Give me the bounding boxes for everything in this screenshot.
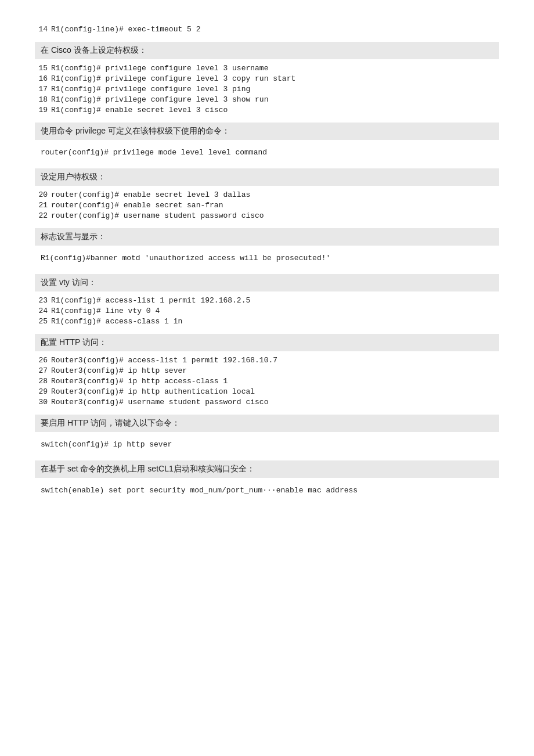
line-text: Router3(config)# ip http authentication … xyxy=(51,387,255,396)
line-num: 19 xyxy=(35,106,51,114)
numbered-line-s3-1: 21router(config)# enable secret san-fran xyxy=(35,201,499,210)
line-num: 17 xyxy=(35,85,51,93)
section-header-s2: 使用命令 privilege 可定义在该特权级下使用的命令： xyxy=(35,123,499,140)
section-s5: 设置 vty 访问：23R1(config)# access-list 1 pe… xyxy=(35,274,499,326)
line-num: 18 xyxy=(35,95,51,104)
line-text: Router3(config)# ip http access-class 1 xyxy=(51,377,228,386)
line-num: 25 xyxy=(35,317,51,326)
section-s3: 设定用户特权级：20router(config)# enable secret … xyxy=(35,168,499,220)
line-text: Router3(config)# ip http sever xyxy=(51,366,187,375)
line-num: 15 xyxy=(35,64,51,73)
line-num: 24 xyxy=(35,307,51,315)
section-header-s1: 在 Cisco 设备上设定特权级： xyxy=(35,42,499,59)
line-num-14: 14 xyxy=(35,25,51,34)
line-text: router(config)# username student passwor… xyxy=(51,211,264,220)
line-num: 26 xyxy=(35,356,51,365)
prose-cmd-s2: router(config)# privilege mode level lev… xyxy=(35,145,499,160)
line-text: R1(config)# privilege configure level 3 … xyxy=(51,85,250,93)
line-text: Router3(config)# access-list 1 permit 19… xyxy=(51,356,277,365)
numbered-line-s6-2: 28Router3(config)# ip http access-class … xyxy=(35,377,499,386)
line-num: 23 xyxy=(35,296,51,305)
line-text: Router3(config)# username student passwo… xyxy=(51,398,268,406)
line-num: 16 xyxy=(35,74,51,83)
section-header-s7: 要启用 HTTP 访问，请键入以下命令： xyxy=(35,415,499,432)
section-header-s8: 在基于 set 命令的交换机上用 setCL1启动和核实端口安全： xyxy=(35,460,499,478)
line-num: 21 xyxy=(35,201,51,210)
sections-container: 在 Cisco 设备上设定特权级：15R1(config)# privilege… xyxy=(35,42,499,498)
section-s7: 要启用 HTTP 访问，请键入以下命令：switch(config)# ip h… xyxy=(35,415,499,452)
numbered-line-s1-4: 19R1(config)# enable secret level 3 cisc… xyxy=(35,106,499,114)
line-text: R1(config)# privilege configure level 3 … xyxy=(51,74,295,83)
line-text: R1(config)# privilege configure level 3 … xyxy=(51,95,268,104)
numbered-line-s5-1: 24R1(config)# line vty 0 4 xyxy=(35,307,499,315)
numbered-line-s3-0: 20router(config)# enable secret level 3 … xyxy=(35,190,499,199)
line-text: router(config)# enable secret level 3 da… xyxy=(51,190,250,199)
numbered-line-s6-3: 29Router3(config)# ip http authenticatio… xyxy=(35,387,499,396)
line-text-14: R1(config-line)# exec-timeout 5 2 xyxy=(51,25,200,34)
numbered-line-s1-3: 18R1(config)# privilege configure level … xyxy=(35,95,499,104)
prose-cmd-s4: R1(config)#banner motd 'unauthorized acc… xyxy=(35,250,499,266)
section-s6: 配置 HTTP 访问：26Router3(config)# access-lis… xyxy=(35,334,499,406)
line-num: 27 xyxy=(35,366,51,375)
line-text: R1(config)# access-list 1 permit 192.168… xyxy=(51,296,250,305)
numbered-line-s6-0: 26Router3(config)# access-list 1 permit … xyxy=(35,356,499,365)
line-num: 20 xyxy=(35,190,51,199)
numbered-line-s6-4: 30Router3(config)# username student pass… xyxy=(35,398,499,406)
numbered-line-s5-0: 23R1(config)# access-list 1 permit 192.1… xyxy=(35,296,499,305)
numbered-line-s1-0: 15R1(config)# privilege configure level … xyxy=(35,64,499,73)
numbered-line-s6-1: 27Router3(config)# ip http sever xyxy=(35,366,499,375)
section-s1: 在 Cisco 设备上设定特权级：15R1(config)# privilege… xyxy=(35,42,499,114)
numbered-line-s3-2: 22router(config)# username student passw… xyxy=(35,211,499,220)
section-s4: 标志设置与显示：R1(config)#banner motd 'unauthor… xyxy=(35,228,499,266)
section-s8: 在基于 set 命令的交换机上用 setCL1启动和核实端口安全：switch(… xyxy=(35,460,499,498)
top-command-line: 14 R1(config-line)# exec-timeout 5 2 xyxy=(35,25,499,34)
line-text: R1(config)# access-class 1 in xyxy=(51,317,182,326)
line-text: R1(config)# enable secret level 3 cisco xyxy=(51,106,228,114)
section-header-s3: 设定用户特权级： xyxy=(35,168,499,186)
line-num: 29 xyxy=(35,387,51,396)
line-num: 28 xyxy=(35,377,51,386)
prose-cmd-s7: switch(config)# ip http sever xyxy=(35,437,499,452)
prose-cmd-s8: switch(enable) set port security mod_num… xyxy=(35,483,499,498)
line-num: 22 xyxy=(35,211,51,220)
line-text: R1(config)# line vty 0 4 xyxy=(51,307,160,315)
line-text: router(config)# enable secret san-fran xyxy=(51,201,223,210)
section-header-s4: 标志设置与显示： xyxy=(35,228,499,246)
numbered-line-s1-2: 17R1(config)# privilege configure level … xyxy=(35,85,499,93)
numbered-line-s5-2: 25R1(config)# access-class 1 in xyxy=(35,317,499,326)
line-text: R1(config)# privilege configure level 3 … xyxy=(51,64,268,73)
section-s2: 使用命令 privilege 可定义在该特权级下使用的命令：router(con… xyxy=(35,123,499,160)
line-num: 30 xyxy=(35,398,51,406)
section-header-s5: 设置 vty 访问： xyxy=(35,274,499,291)
section-header-s6: 配置 HTTP 访问： xyxy=(35,334,499,351)
numbered-line-s1-1: 16R1(config)# privilege configure level … xyxy=(35,74,499,83)
